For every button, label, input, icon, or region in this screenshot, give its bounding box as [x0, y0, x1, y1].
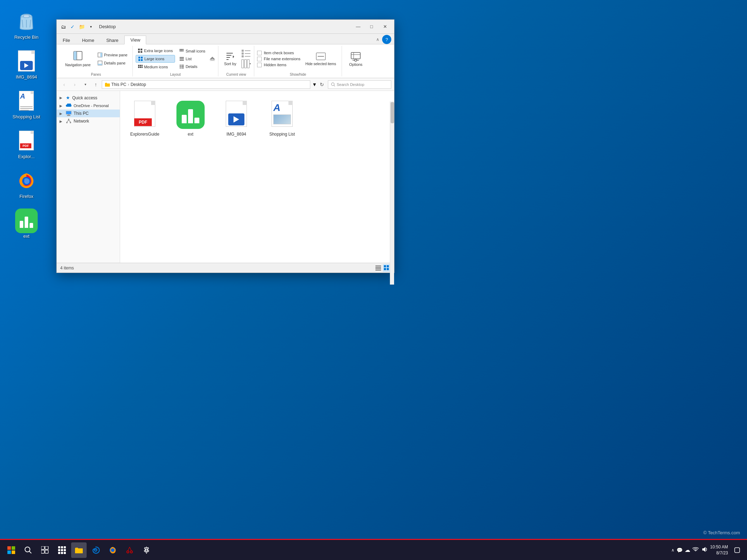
minimize-button[interactable]: — — [352, 22, 365, 32]
start-button[interactable] — [4, 542, 19, 558]
desktop-icon-img8694[interactable]: IMG_8694 — [11, 50, 42, 80]
ext-label: ext — [23, 234, 29, 239]
navigation-pane-button[interactable]: Navigation pane — [62, 49, 93, 69]
file-explorer-taskbar-btn[interactable] — [71, 542, 87, 558]
details-pane-button[interactable]: Details pane — [95, 60, 130, 67]
desktop-icon-explorers[interactable]: PDF Explor... — [11, 130, 42, 159]
extra-large-button[interactable]: Extra large icons — [136, 47, 175, 54]
options-button[interactable]: Options — [345, 50, 367, 68]
svg-rect-36 — [180, 66, 181, 67]
notification-button[interactable] — [731, 542, 743, 558]
address-path[interactable]: This PC › Desktop — [102, 80, 310, 89]
ext-icon — [15, 210, 38, 232]
details-icon — [179, 64, 184, 69]
tab-home[interactable]: Home — [76, 36, 100, 44]
hide-selected-button[interactable]: Hide selected items — [303, 51, 339, 67]
task-view-button[interactable] — [37, 542, 53, 558]
ribbon-content: Navigation pane Preview pane — [57, 44, 394, 78]
svg-point-63 — [355, 59, 357, 61]
taskbar: ∧ 💬 ☁ 10:50 AM 8/7/23 — [0, 539, 747, 560]
tab-file[interactable]: File — [57, 36, 76, 44]
preview-pane-icon — [98, 52, 102, 57]
search-box[interactable]: Search Desktop — [328, 80, 391, 89]
sidebar-item-quick-access[interactable]: ▶ ★ Quick access — [57, 94, 120, 102]
explorers-icon: PDF — [15, 130, 38, 153]
preview-pane-button[interactable]: Preview pane — [95, 51, 130, 58]
item-checkboxes-cb[interactable]: Item check boxes — [257, 51, 300, 55]
help-button[interactable]: ? — [382, 35, 391, 44]
shopping-list-icon: A — [15, 90, 38, 113]
speaker-icon[interactable] — [701, 547, 707, 553]
scrollbar-thumb[interactable] — [391, 102, 394, 123]
search-icon — [331, 82, 335, 87]
clock[interactable]: 10:50 AM 8/7/23 — [710, 544, 728, 556]
notification-area-icon[interactable]: 💬 — [677, 547, 683, 553]
scrollbar-track — [390, 101, 394, 263]
svg-line-108 — [128, 547, 130, 551]
up-button[interactable]: ↑ — [91, 80, 100, 89]
svg-rect-60 — [351, 52, 360, 59]
details-button[interactable]: Details — [177, 63, 207, 70]
desktop-icon-ext[interactable]: ext — [11, 210, 42, 239]
file-name-ext-cb[interactable]: File name extensions — [257, 57, 300, 61]
file-item-explorers-guide[interactable]: PDF ExplorersGuide — [127, 98, 162, 139]
refresh-button[interactable]: ↻ — [317, 80, 326, 89]
file-item-ext[interactable]: ext — [173, 98, 208, 139]
file-item-img8694[interactable]: IMG_8694 — [219, 98, 254, 139]
list-view-button[interactable] — [374, 264, 382, 272]
img8694-file-icon — [222, 101, 250, 129]
maximize-button[interactable]: □ — [365, 22, 378, 32]
recent-locations-button[interactable]: ▾ — [81, 80, 90, 89]
cloud-icon[interactable]: ☁ — [685, 547, 690, 553]
svg-rect-24 — [142, 67, 143, 68]
back-button[interactable]: ‹ — [60, 80, 69, 89]
sidebar-item-this-pc[interactable]: ▶ This PC — [57, 110, 120, 117]
titlebar-folder2-icon[interactable]: 📁 — [78, 23, 86, 31]
svg-rect-16 — [141, 57, 143, 58]
svg-rect-81 — [384, 265, 386, 267]
svg-marker-46 — [233, 55, 234, 58]
chevron-up-icon[interactable]: ∧ — [671, 548, 674, 553]
desktop-icon-shopping-list[interactable]: A Shopping List — [11, 90, 42, 119]
ribbon-collapse-btn[interactable]: ∧ — [376, 37, 379, 42]
titlebar-dropdown-icon[interactable]: ▾ — [87, 23, 95, 31]
wifi-icon[interactable] — [692, 547, 699, 553]
titlebar-folder-icon[interactable]: 🗂 — [60, 23, 67, 31]
hidden-items-box[interactable] — [257, 63, 262, 67]
close-button[interactable]: ✕ — [379, 22, 391, 32]
svg-line-109 — [130, 547, 131, 551]
ribbon-group-show-hide: Item check boxes File name extensions Hi… — [254, 46, 342, 76]
firefox-taskbar-btn[interactable] — [105, 542, 120, 558]
file-item-shopping-list[interactable]: A Shopping List — [264, 98, 300, 139]
edge-taskbar-btn[interactable] — [88, 542, 104, 558]
list-button[interactable]: List — [177, 55, 207, 62]
forward-button[interactable]: › — [70, 80, 79, 89]
desktop-icon-firefox[interactable]: Firefox — [11, 170, 42, 199]
small-icons-button[interactable]: Small icons — [177, 48, 207, 55]
onedrive-icon — [66, 103, 71, 108]
shopping-list-file-icon: A — [268, 101, 296, 129]
all-apps-button[interactable] — [54, 542, 70, 558]
sidebar-item-network[interactable]: ▶ Network — [57, 117, 120, 125]
settings-taskbar-btn[interactable] — [139, 542, 154, 558]
tab-view[interactable]: View — [124, 36, 146, 44]
medium-icons-button[interactable]: Medium icons — [136, 63, 175, 70]
tab-share[interactable]: Share — [100, 36, 125, 44]
desktop-icon-recycle-bin[interactable]: Recycle Bin — [11, 11, 42, 40]
address-dropdown-btn[interactable]: ▾ — [313, 81, 316, 88]
icon-view-button[interactable] — [383, 264, 391, 272]
titlebar-check-icon[interactable]: ✓ — [69, 23, 76, 31]
hidden-items-cb[interactable]: Hidden items — [257, 63, 300, 67]
item-checkboxes-box[interactable] — [257, 51, 262, 55]
hide-selected-label: Hide selected items — [305, 62, 336, 66]
sidebar-item-onedrive[interactable]: ▶ OneDrive - Personal — [57, 102, 120, 110]
svg-rect-111 — [735, 548, 740, 553]
ribbon-group-layout: Extra large icons Large icons — [133, 46, 218, 76]
search-button[interactable] — [20, 542, 36, 558]
sort-by-button[interactable]: Sort by — [221, 50, 239, 67]
file-name-ext-box[interactable] — [257, 57, 262, 61]
file-area: PDF ExplorersGuide — [120, 91, 394, 263]
svg-rect-79 — [375, 268, 381, 269]
large-icons-button[interactable]: Large icons — [136, 55, 175, 63]
snipping-taskbar-btn[interactable] — [122, 542, 137, 558]
